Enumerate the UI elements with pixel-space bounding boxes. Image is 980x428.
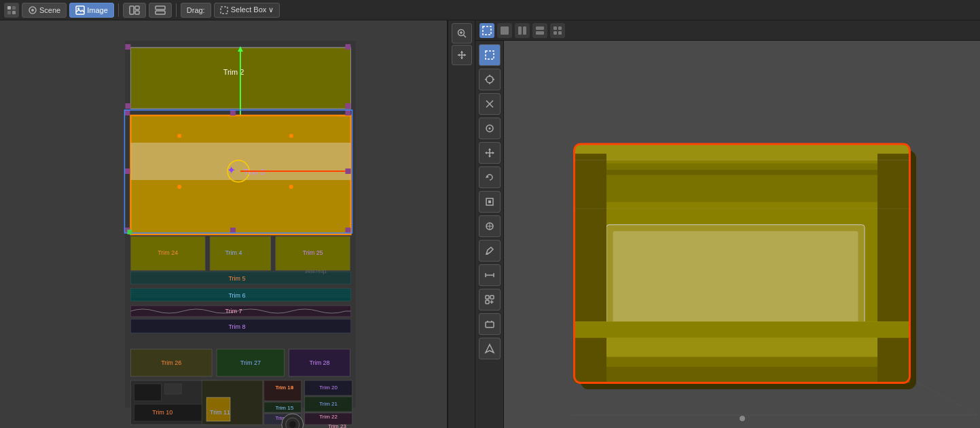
svg-rect-1 <box>12 6 16 10</box>
drag-mode: Drag: <box>181 3 211 18</box>
svg-rect-21 <box>345 103 350 109</box>
viewport-mode-icon-4[interactable] <box>532 23 547 38</box>
svg-marker-127 <box>488 148 491 150</box>
rotate-tool-button[interactable] <box>479 166 501 188</box>
svg-rect-73 <box>164 384 181 394</box>
transform2-button[interactable] <box>479 215 501 237</box>
measure-button[interactable] <box>479 264 501 286</box>
svg-rect-105 <box>483 26 491 35</box>
svg-text:Trim 24: Trim 24 <box>158 249 178 256</box>
svg-marker-129 <box>485 151 487 154</box>
svg-text:Trim 26: Trim 26 <box>161 359 181 366</box>
viewport-mode-icon-2[interactable] <box>497 23 512 38</box>
view-icon-2[interactable] <box>149 3 172 18</box>
svg-rect-40 <box>230 228 236 233</box>
svg-rect-42 <box>124 168 130 174</box>
scene-button[interactable]: Scene <box>22 3 67 18</box>
cursor-tool-button[interactable] <box>479 69 501 90</box>
pan-button[interactable] <box>452 45 472 65</box>
svg-text:Trim 21: Trim 21 <box>319 401 338 407</box>
uv-editor-panel[interactable]: Trim 2 ✦ Trim 3 <box>0 20 448 428</box>
editor-type-icon[interactable] <box>4 3 19 18</box>
svg-rect-9 <box>135 6 139 10</box>
svg-marker-130 <box>492 151 494 154</box>
svg-rect-112 <box>558 26 562 30</box>
svg-rect-8 <box>130 6 134 14</box>
viewport-mode-icon-3[interactable] <box>515 23 530 38</box>
viewport-center-dot <box>740 416 745 421</box>
svg-marker-102 <box>460 57 463 59</box>
image-button[interactable]: Image <box>69 3 114 18</box>
svg-text:Trim 4: Trim 4 <box>225 249 242 256</box>
svg-text:Trim 20: Trim 20 <box>319 385 338 391</box>
transform-tool-button[interactable] <box>479 93 501 115</box>
svg-rect-171 <box>575 367 910 383</box>
svg-point-28 <box>289 134 293 138</box>
zoom-in-button[interactable] <box>452 23 472 43</box>
svg-rect-110 <box>536 31 544 35</box>
svg-rect-111 <box>553 26 557 30</box>
svg-rect-141 <box>486 296 489 299</box>
svg-rect-176 <box>575 321 910 338</box>
top-bar: Scene Image Drag: Select Box ∨ <box>0 0 980 20</box>
svg-text:Trim 6: Trim 6 <box>228 292 245 299</box>
svg-text:✦: ✦ <box>227 164 236 176</box>
svg-marker-104 <box>464 54 466 56</box>
svg-text:Trim 25: Trim 25 <box>303 249 323 256</box>
svg-rect-0 <box>7 6 11 10</box>
svg-point-27 <box>177 134 181 138</box>
add-tool-button[interactable] <box>479 289 501 310</box>
svg-rect-72 <box>134 384 161 401</box>
svg-rect-19 <box>345 44 350 50</box>
svg-rect-165 <box>575 154 910 160</box>
viewport-mode-icon-1[interactable] <box>479 23 494 38</box>
svg-rect-12 <box>156 11 165 14</box>
svg-marker-131 <box>486 175 489 178</box>
svg-rect-173 <box>877 154 910 382</box>
scale-tool-button[interactable] <box>479 191 501 213</box>
image-label: Image <box>87 6 108 14</box>
svg-text:349x7mq1: 349x7mq1 <box>305 269 327 274</box>
svg-rect-2 <box>7 11 11 14</box>
viewport-mode-icon-5[interactable] <box>550 23 565 38</box>
svg-text:Trim 19: Trim 19 <box>275 385 293 391</box>
svg-text:Trim 22: Trim 22 <box>319 414 338 420</box>
svg-text:Trim 7: Trim 7 <box>225 308 242 315</box>
3d-viewport[interactable]: User Perspective (1) SM_Wall_2x2_N <box>504 41 980 428</box>
select-box-button[interactable]: Select Box ∨ <box>214 3 280 18</box>
svg-rect-43 <box>345 168 350 174</box>
svg-rect-36 <box>124 110 130 115</box>
move-tool-button[interactable] <box>479 142 501 164</box>
svg-rect-10 <box>135 11 139 14</box>
svg-rect-170 <box>575 357 910 367</box>
object-button[interactable] <box>479 313 501 335</box>
svg-rect-26 <box>130 143 350 180</box>
svg-rect-106 <box>501 26 509 35</box>
svg-rect-3 <box>12 11 16 14</box>
uv-canvas[interactable]: Trim 2 ✦ Trim 3 <box>0 20 447 428</box>
svg-rect-11 <box>156 6 165 10</box>
svg-text:Trim 10: Trim 10 <box>152 409 173 416</box>
svg-line-98 <box>463 35 466 38</box>
gizmo-button[interactable] <box>479 118 501 139</box>
select-tool-button[interactable] <box>479 44 501 66</box>
svg-rect-115 <box>486 51 494 59</box>
svg-marker-103 <box>458 54 460 56</box>
right-toolbar <box>475 41 504 428</box>
svg-text:Trim 5: Trim 5 <box>228 275 245 282</box>
svg-rect-114 <box>558 31 562 35</box>
separator-2 <box>176 3 177 17</box>
drag-label: Drag: <box>187 6 205 14</box>
origin-button[interactable] <box>479 338 501 359</box>
svg-point-116 <box>486 76 493 83</box>
svg-rect-41 <box>345 228 350 233</box>
svg-rect-107 <box>518 26 522 35</box>
viewport-header <box>475 20 980 41</box>
view-icon-1[interactable] <box>123 3 146 18</box>
svg-rect-146 <box>486 322 494 327</box>
svg-rect-133 <box>488 200 491 203</box>
annotate-button[interactable] <box>479 240 501 262</box>
separator-1 <box>118 3 119 17</box>
svg-rect-172 <box>575 154 607 382</box>
svg-marker-128 <box>488 156 491 158</box>
